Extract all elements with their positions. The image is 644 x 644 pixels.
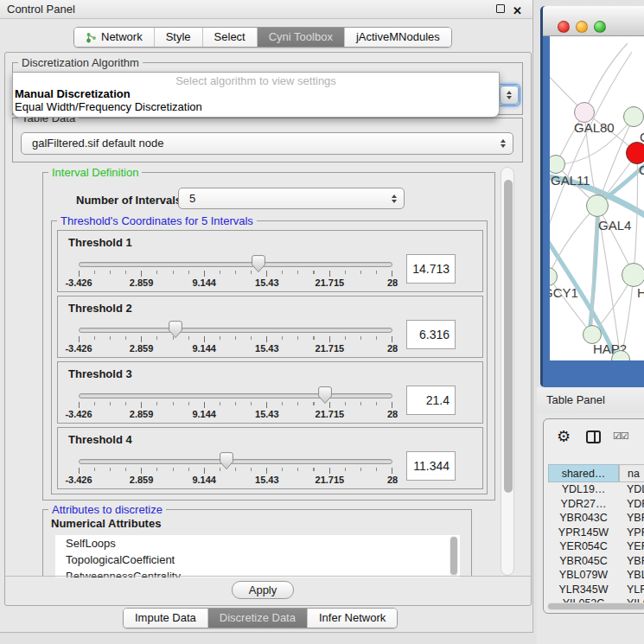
tick-label: 9.144: [192, 475, 216, 485]
network-window-titlebar: [543, 6, 644, 36]
slider-track[interactable]: [79, 262, 392, 267]
tick-label: -3.426: [65, 475, 92, 485]
threshold-3-panel: Threshold 3 -3.426 2.859 9.144 15.43 21.…: [57, 361, 483, 424]
tick-label: 28: [387, 343, 398, 354]
cell: YBR0: [619, 554, 644, 569]
table-data-select[interactable]: galFiltered.sif default node: [21, 132, 513, 155]
table-row[interactable]: YBR045CYBR0: [548, 554, 644, 569]
slider-axis-labels: -3.426 2.859 9.144 15.43 21.715 28: [79, 343, 392, 354]
tab-cyni-toolbox[interactable]: Cyni Toolbox: [258, 28, 345, 47]
tab-style[interactable]: Style: [155, 28, 203, 47]
panel-title: Control Panel: [7, 0, 75, 18]
scrollbar-thumb[interactable]: [548, 603, 644, 609]
numerical-attributes-list[interactable]: SelfLoops TopologicalCoefficient Between…: [55, 535, 460, 577]
slider-track[interactable]: [79, 393, 392, 399]
slider-thumb[interactable]: [252, 255, 265, 273]
tick-label: 2.859: [130, 277, 154, 288]
tab-label: jActiveMNodules: [356, 28, 440, 47]
algorithm-dropdown-popup: Select algorithm to view settings Manual…: [12, 72, 500, 118]
gear-icon[interactable]: ⚙: [557, 428, 571, 445]
cell: YBL0: [619, 568, 644, 583]
tab-network[interactable]: Network: [74, 28, 155, 47]
tick-label: 15.43: [255, 277, 279, 288]
combo-arrows-icon: [507, 91, 512, 99]
attributes-scrollbar[interactable]: [450, 536, 458, 577]
minimize-traffic-light-icon[interactable]: [576, 21, 588, 33]
tab-select[interactable]: Select: [203, 28, 258, 47]
column-header-name[interactable]: na: [619, 464, 644, 482]
table-panel-header: Table Panel: [537, 387, 644, 413]
list-item[interactable]: SelfLoops: [55, 535, 460, 552]
float-window-icon[interactable]: [496, 4, 505, 13]
cell: YBR045C: [548, 554, 619, 569]
table-row[interactable]: YBR043CYBR0: [548, 511, 644, 526]
split-column-icon[interactable]: [586, 430, 601, 443]
scrollbar-thumb[interactable]: [504, 180, 513, 493]
threshold-value-field[interactable]: 14.713: [406, 254, 456, 284]
table-row[interactable]: YLR345WYLR3: [548, 583, 644, 597]
threshold-value-field[interactable]: 6.316: [406, 320, 456, 349]
threshold-value-field[interactable]: 11.344: [406, 451, 456, 481]
column-header-shared-name[interactable]: shared…: [548, 464, 619, 482]
tab-label: Impute Data: [135, 609, 196, 628]
slider-thumb[interactable]: [318, 386, 332, 405]
dropdown-option-manual[interactable]: Manual Discretization: [13, 87, 499, 100]
close-traffic-light-icon[interactable]: [558, 21, 570, 33]
selected-table: galFiltered.sif default node: [32, 133, 163, 154]
attributes-list-title: Numerical Attributes: [51, 517, 161, 530]
combo-arrow-button[interactable]: [500, 86, 519, 105]
slider-thumb[interactable]: [220, 452, 233, 470]
dropdown-placeholder: Select algorithm to view settings: [13, 73, 499, 87]
panel-scrollbar[interactable]: [501, 167, 514, 576]
column-checkboxes-icon[interactable]: ☑☑: [613, 430, 628, 442]
tick-label: -3.426: [65, 343, 92, 354]
network-node[interactable]: [623, 106, 644, 127]
tick-label: 15.43: [255, 475, 279, 485]
tab-jactivemnodules[interactable]: jActiveMNodules: [345, 28, 451, 47]
group-title: Interval Definition: [48, 166, 142, 179]
num-intervals-spinner[interactable]: 5: [178, 188, 405, 209]
node-label: C: [639, 163, 644, 177]
tab-infer-network[interactable]: Infer Network: [308, 609, 397, 628]
tick-label: 28: [387, 409, 398, 419]
tick-label: 2.859: [130, 409, 154, 419]
network-node-selected[interactable]: [626, 142, 644, 164]
threshold-4-slider[interactable]: -3.426 2.859 9.144 15.43 21.715 28: [79, 455, 392, 488]
table-row[interactable]: YPR145WYPR1: [548, 526, 644, 540]
list-item[interactable]: TopologicalCoefficient: [55, 552, 460, 568]
slider-track[interactable]: [79, 328, 392, 333]
cell: YDR27…: [548, 497, 619, 512]
network-node-gal4[interactable]: [586, 194, 609, 217]
table-row[interactable]: YDL19…YDL1: [548, 482, 644, 497]
group-title: Threshold's Coordinates for 5 Intervals: [57, 214, 257, 227]
table-row[interactable]: YBL079WYBL0: [548, 568, 644, 583]
zoom-traffic-light-icon[interactable]: [594, 21, 606, 33]
tab-label: Network: [101, 28, 143, 47]
scrollbar-thumb[interactable]: [450, 537, 457, 575]
threshold-2-panel: Threshold 2 -3.426 2.859 9.144 15.43 21.…: [57, 296, 483, 358]
tick-label: 28: [387, 475, 398, 485]
apply-button[interactable]: Apply: [232, 581, 294, 599]
cell: YDL1: [619, 482, 644, 497]
cell: YPR1: [619, 526, 644, 540]
tab-impute-data[interactable]: Impute Data: [124, 609, 208, 628]
threshold-label: Threshold 3: [68, 367, 132, 380]
tick-label: 9.144: [192, 409, 216, 419]
threshold-1-slider[interactable]: -3.426 2.859 9.144 15.43 21.715 28: [79, 258, 392, 290]
table-row[interactable]: YDR27…YDR2: [548, 497, 644, 512]
tab-discretize-data[interactable]: Discretize Data: [208, 609, 308, 628]
slider-thumb[interactable]: [169, 321, 182, 339]
threshold-3-slider[interactable]: -3.426 2.859 9.144 15.43 21.715 28: [79, 389, 392, 422]
network-canvas[interactable]: GAL80 GA C GAL11 GAL4 GCY1 H HAP2: [550, 36, 644, 360]
group-title: Attributes to discretize: [48, 503, 166, 516]
table-horizontal-scrollbar[interactable]: [547, 603, 644, 610]
table-row[interactable]: YER054CYER0: [548, 539, 644, 554]
table-data-group: Table Data galFiltered.sif default node: [12, 118, 523, 163]
tick-label: 9.144: [192, 343, 216, 354]
network-node[interactable]: [622, 263, 644, 287]
threshold-2-slider[interactable]: -3.426 2.859 9.144 15.43 21.715 28: [79, 323, 392, 356]
dropdown-option-equal-width[interactable]: Equal Width/Frequency Discretization: [13, 100, 499, 113]
close-icon[interactable]: ✕: [513, 2, 522, 20]
threshold-value-field[interactable]: 21.4: [406, 386, 456, 415]
slider-track[interactable]: [79, 459, 392, 464]
